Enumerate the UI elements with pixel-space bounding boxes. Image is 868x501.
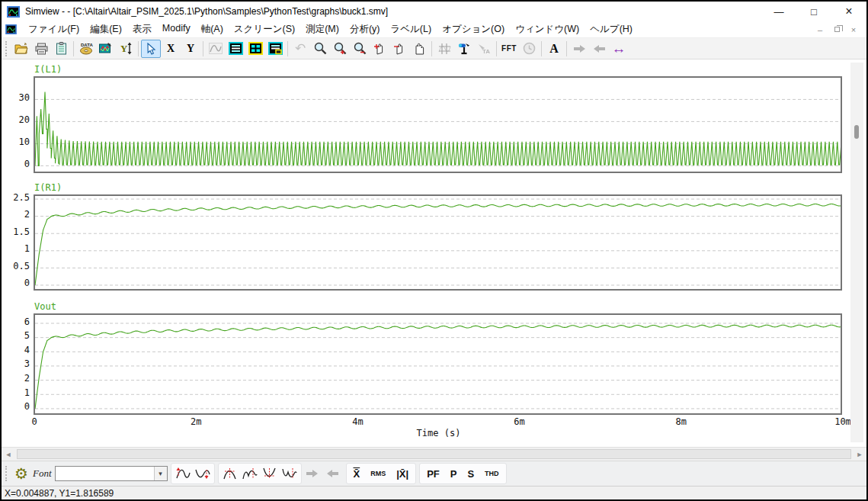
font-combobox-value[interactable] [56,467,154,480]
close-button[interactable]: × [831,2,866,21]
real-power-button[interactable]: P [445,468,463,480]
app-icon [7,6,20,18]
menu-item-8[interactable]: ラベル(L) [385,21,437,37]
zoom-in-button[interactable] [330,40,350,58]
power-factor-button[interactable]: PF [421,468,445,480]
y-range-button[interactable]: Y [116,40,136,58]
print-button[interactable] [31,40,51,58]
menu-item-0[interactable]: ファイル(F) [23,21,85,37]
add-text-button[interactable]: A [544,40,564,58]
fft-button[interactable]: FFT [499,40,519,58]
y-values-button[interactable]: Y [181,40,200,58]
scroll-right-arrow-icon[interactable]: ► [853,448,866,461]
y-tick-label: 0 [24,278,30,288]
next-peak-button[interactable] [240,464,260,483]
magnifier-icon [314,42,327,55]
y-tick-label: 0.5 [13,262,30,271]
menu-item-3[interactable]: Modify [157,21,196,37]
minimize-button[interactable]: — [761,2,796,21]
waveform-plot-vout[interactable] [34,313,842,415]
svg-text:Y: Y [120,43,128,54]
measurement-toolbar: ⚙ Font ▾ [2,461,866,486]
y-tick-label: 1.5 [13,227,30,237]
measure-cursor-button[interactable] [454,40,474,58]
undo-button[interactable]: ↶ [290,40,310,58]
horizontal-scrollbar-track[interactable] [15,448,853,461]
table-view-icon [229,42,243,55]
title-bar: Simview - - [C:\Altair\Altair_PSIM_2025.… [2,2,866,21]
copy-to-clipboard-button[interactable] [51,40,71,58]
zoom-button[interactable] [310,40,330,58]
prev-point-button[interactable] [322,467,343,480]
signal-label-ir1: I(R1) [34,182,866,193]
open-file-button[interactable] [11,40,31,58]
mean-abs-button[interactable]: |X̄| [391,468,414,480]
plots-container: I(L1)0102030I(R1)00.511.522.5Vout0123456 [2,64,866,415]
font-combobox[interactable]: ▾ [55,466,168,481]
pan-out-button[interactable] [389,40,409,58]
y-tick-label: 0 [24,402,30,412]
menu-item-10[interactable]: ウィンドウ(W) [510,21,585,37]
edge-down-button[interactable] [193,464,213,483]
mean-button[interactable]: X̄ [348,468,366,480]
x-axis-label: Time (s) [34,428,843,438]
pan-button[interactable] [409,40,429,58]
y-tick-label: 1 [24,388,30,398]
time-analysis-button[interactable] [519,40,539,58]
menu-item-4[interactable]: 軸(A) [196,21,229,37]
quad-view-button[interactable] [245,40,265,58]
document-icon [5,24,17,34]
peak-icon [223,467,238,480]
add-curve-button[interactable] [96,40,116,58]
vertical-scrollbar-thumb[interactable] [854,125,859,139]
y-tick-label: 2 [24,374,30,384]
rms-button[interactable]: RMS [365,470,391,477]
vertical-scrollbar[interactable] [850,63,863,442]
label-measure-button[interactable]: TA [474,40,494,58]
settings-gear-icon[interactable]: ⚙ [14,464,28,483]
valley-icon [262,467,277,480]
window-controls: — □ × [761,2,866,21]
thd-button[interactable]: THD [479,470,504,477]
horizontal-scrollbar[interactable]: ◄ ► [2,447,866,461]
apparent-power-button[interactable]: S [462,468,479,480]
y-tick-label: 2.5 [13,193,30,203]
next-valley-button[interactable] [280,464,299,483]
curve-overlay-button[interactable] [206,40,226,58]
export-table-button[interactable] [265,40,285,58]
scroll-left-arrow-icon[interactable]: ◄ [2,448,15,461]
waveform-plot-il1[interactable] [34,76,842,173]
maximize-button[interactable]: □ [796,2,831,21]
menu-item-11[interactable]: ヘルプ(H) [585,21,638,37]
menu-item-1[interactable]: 編集(E) [85,21,127,37]
edge-up-button[interactable] [173,464,193,483]
waveform-plot-ir1[interactable] [34,194,842,291]
mdi-close-button[interactable]: × [845,24,862,36]
data-file-button[interactable]: DATA [76,40,96,58]
move-left-button[interactable] [589,40,609,58]
mdi-restore-button[interactable] [828,24,845,36]
menu-item-5[interactable]: スクリーン(S) [229,21,300,37]
clipboard-icon [56,42,67,55]
menu-item-6[interactable]: 測定(M) [300,21,344,37]
next-point-button[interactable] [302,467,322,480]
combo-dropdown-icon[interactable]: ▾ [154,467,167,480]
menu-item-9[interactable]: オプション(O) [437,21,510,37]
grid-cursor-button[interactable] [434,40,454,58]
zoom-out-button[interactable] [350,40,370,58]
horizontal-scrollbar-thumb[interactable] [17,449,851,459]
pan-in-button[interactable] [370,40,389,58]
pointer-tool-button[interactable] [141,40,161,58]
grid-cursor-icon [438,43,451,55]
x-values-button[interactable]: X [161,40,181,58]
mdi-minimize-button[interactable]: – [812,24,828,36]
menu-item-2[interactable]: 表示 [127,21,157,37]
menu-item-7[interactable]: 分析(y) [344,21,386,37]
table-view-button[interactable] [226,40,245,58]
valley-button[interactable] [260,464,280,483]
x-axis-range-button[interactable]: ↔ [609,40,629,58]
right-arrow-icon [306,469,319,478]
move-right-button[interactable] [569,40,589,58]
peak-button[interactable] [220,464,240,483]
edge-up-icon [175,467,191,480]
